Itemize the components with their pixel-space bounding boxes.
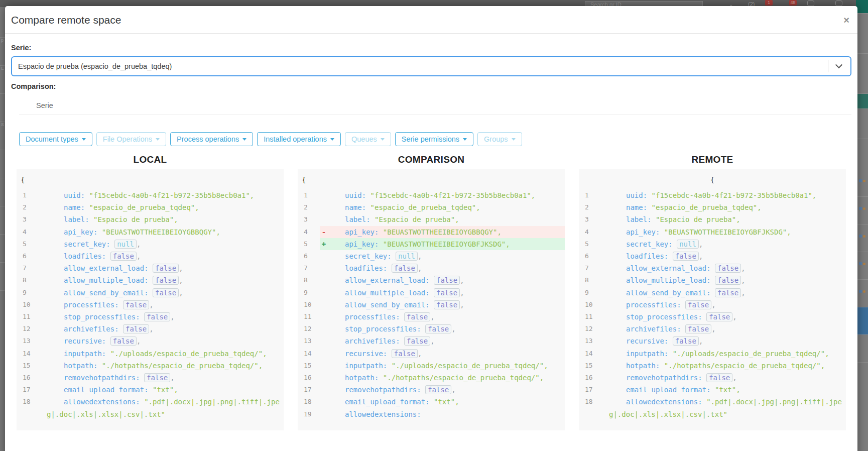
json-boolean-value: false bbox=[144, 312, 170, 321]
line-content: allow_multiple_load: false, bbox=[609, 274, 846, 286]
line-content: secret_key: null, bbox=[47, 238, 284, 250]
json-string-value: "./hotpaths/espacio_de_prueba_tqdeq/", bbox=[383, 374, 544, 382]
code-line: 12archivefiles: false, bbox=[17, 323, 284, 335]
code-line: 13recursive: false, bbox=[579, 335, 846, 347]
filter-button-groups[interactable]: Groups bbox=[477, 132, 522, 146]
code-line: 4api_key: "BEUASTWOTTHEEIBEIOYGBBQGY", bbox=[17, 226, 284, 238]
code-line: 7allow_external_load: false, bbox=[579, 262, 846, 274]
line-number: 4 bbox=[17, 226, 39, 238]
code-line: 11stop_processfiles: false, bbox=[17, 311, 284, 323]
line-content: loadfiles: false, bbox=[47, 250, 284, 262]
filter-button-queues[interactable]: Queues bbox=[345, 132, 391, 146]
filter-buttons-row: Document typesFile OperationsProcess ope… bbox=[19, 132, 851, 146]
json-boolean-value: false bbox=[706, 312, 732, 321]
json-key: allow_multiple_load: bbox=[626, 276, 715, 284]
line-content: stop_processfiles: false, bbox=[328, 323, 565, 335]
caret-down-icon bbox=[381, 138, 385, 141]
line-content: label: "Espacio de prueba", bbox=[328, 213, 565, 225]
filter-button-serie-permissions[interactable]: Serie permissions bbox=[395, 132, 473, 146]
line-number: 2 bbox=[17, 201, 39, 213]
code-block-remote: {1uuid: "f15cebdc-4a0b-4f21-b972-35b5b8e… bbox=[579, 169, 846, 430]
modal-header: Compare remote space × bbox=[5, 6, 857, 34]
line-content: api_key: "BEUASTWOTTHEEIBEIOYGBBQGY", bbox=[328, 226, 565, 238]
comma: , bbox=[137, 337, 141, 345]
filter-button-process-operations[interactable]: Process operations bbox=[170, 132, 253, 146]
line-content: allowedextensions: ".pdf|.docx|.jpg|.png… bbox=[47, 396, 284, 420]
line-number: 18 bbox=[579, 396, 601, 408]
comma: , bbox=[137, 252, 141, 260]
code-line: 7loadfiles: false, bbox=[298, 262, 565, 274]
line-content-wrap: uuid: "f15cebdc-4a0b-4f21-b972-35b5b8ecb… bbox=[39, 189, 284, 201]
comma: , bbox=[741, 264, 745, 272]
comma: , bbox=[711, 325, 715, 333]
line-number: 3 bbox=[298, 213, 320, 225]
json-null-value: null bbox=[114, 240, 137, 249]
json-null-value: null bbox=[677, 240, 699, 249]
json-string-value: "./uploads/espacio_de_prueba_tqdeq/", bbox=[392, 362, 548, 370]
json-key: allowedextensions: bbox=[626, 398, 706, 406]
line-content-wrap: removehotpathdirs: false, bbox=[39, 372, 284, 384]
json-key: stop_processfiles: bbox=[64, 313, 144, 321]
json-boolean-value: false bbox=[123, 324, 149, 333]
close-button[interactable]: × bbox=[843, 15, 849, 25]
comma: , bbox=[732, 313, 736, 321]
json-boolean-value: false bbox=[685, 300, 711, 309]
code-line: 11stop_processfiles: false, bbox=[579, 311, 846, 323]
line-number: 11 bbox=[17, 311, 39, 323]
json-key: secret_key: bbox=[345, 252, 396, 260]
line-content: inputpath: "./uploads/espacio_de_prueba_… bbox=[609, 348, 846, 360]
caret-down-icon bbox=[82, 138, 86, 141]
line-content-wrap: email_upload_format: "txt", bbox=[601, 384, 846, 396]
comma: , bbox=[741, 276, 745, 284]
code-line: 3label: "Espacio de prueba", bbox=[579, 213, 846, 225]
code-line: 1uuid: "f15cebdc-4a0b-4f21-b972-35b5b8ec… bbox=[17, 189, 284, 201]
line-content-wrap: allow_send_by_email: false, bbox=[39, 287, 284, 299]
code-columns: {1uuid: "f15cebdc-4a0b-4f21-b972-35b5b8e… bbox=[17, 169, 846, 430]
comparison-option-serie[interactable]: Serie bbox=[11, 101, 851, 109]
json-string-value: "./hotpaths/espacio_de_prueba_tqdeq/", bbox=[664, 362, 825, 370]
line-content: secret_key: null, bbox=[609, 238, 846, 250]
diff-marker: + bbox=[320, 238, 328, 250]
filter-button-file-operations[interactable]: File Operations bbox=[96, 132, 166, 146]
line-content: allow_multiple_load: false, bbox=[47, 274, 284, 286]
line-content-wrap: label: "Espacio de prueba", bbox=[320, 213, 565, 225]
json-string-value: "espacio_de_prueba_tqdeq", bbox=[370, 203, 480, 211]
line-content: removehotpathdirs: false, bbox=[609, 372, 846, 384]
line-content: allow_external_load: false, bbox=[328, 274, 565, 286]
json-key: allow_external_load: bbox=[64, 264, 153, 272]
json-boolean-value: false bbox=[123, 300, 149, 309]
json-null-value: null bbox=[396, 252, 418, 261]
code-line: 3label: "Espacio de prueba", bbox=[298, 213, 565, 225]
line-content-wrap: name: "espacio_de_prueba_tqdeq", bbox=[601, 201, 846, 213]
line-number: 1 bbox=[298, 189, 320, 201]
filter-button-document-types[interactable]: Document types bbox=[19, 132, 92, 146]
comma: , bbox=[430, 313, 434, 321]
background-users-icon bbox=[807, 1, 814, 6]
open-brace: { bbox=[579, 173, 846, 186]
comma: , bbox=[699, 252, 703, 260]
json-key: secret_key: bbox=[64, 240, 114, 248]
line-content: archivefiles: false, bbox=[328, 335, 565, 347]
line-number: 8 bbox=[298, 274, 320, 286]
line-number: 7 bbox=[579, 262, 601, 274]
code-line: 15hotpath: "./hotpaths/espacio_de_prueba… bbox=[17, 360, 284, 372]
json-key: recursive: bbox=[626, 337, 673, 345]
comparison-label: Comparison: bbox=[11, 82, 851, 90]
json-key: allow_multiple_load: bbox=[64, 276, 153, 284]
serie-select[interactable]: Espacio de prueba (espacio_de_prueba_tqd… bbox=[11, 56, 851, 76]
background-brand-corner bbox=[856, 0, 868, 13]
json-key: removehotpathdirs: bbox=[345, 386, 425, 394]
json-key: removehotpathdirs: bbox=[626, 374, 706, 382]
line-number: 12 bbox=[298, 323, 320, 335]
line-content-wrap: hotpath: "./hotpaths/espacio_de_prueba_t… bbox=[601, 360, 846, 372]
line-content: uuid: "f15cebdc-4a0b-4f21-b972-35b5b8ecb… bbox=[609, 189, 846, 201]
filter-button-installed-operations[interactable]: Installed operations bbox=[257, 132, 341, 146]
code-line: 13recursive: false, bbox=[17, 335, 284, 347]
json-key: processfiles: bbox=[626, 301, 685, 309]
json-string-value: "txt", bbox=[153, 386, 178, 394]
line-content: email_upload_format: "txt", bbox=[47, 384, 284, 396]
json-key: api_key: bbox=[345, 240, 383, 248]
line-number: 11 bbox=[298, 311, 320, 323]
json-boolean-value: false bbox=[392, 349, 418, 358]
modal-title: Compare remote space bbox=[11, 14, 850, 26]
